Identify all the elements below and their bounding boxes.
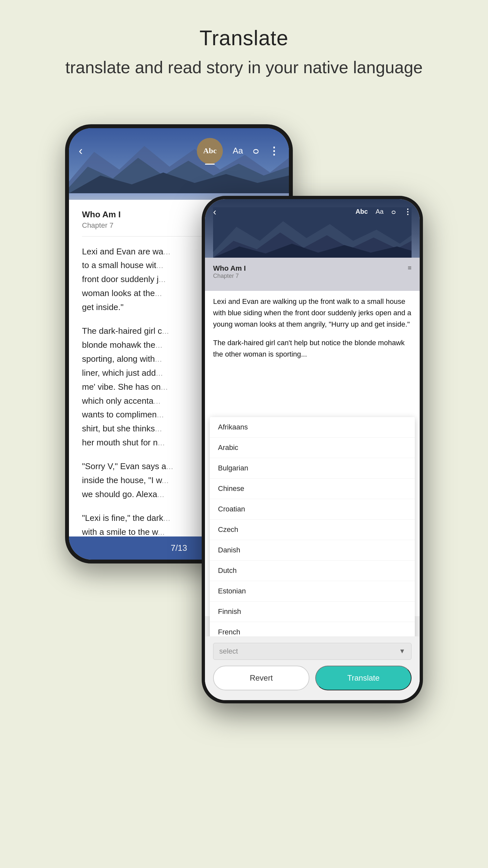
lang-croatian[interactable]: Croatian <box>210 499 415 520</box>
bottom-bar-front: select ▼ Revert Translate <box>205 637 420 700</box>
lang-danish[interactable]: Danish <box>210 540 415 561</box>
select-placeholder: select <box>219 647 238 656</box>
action-buttons: Revert Translate <box>213 665 411 690</box>
phone-front-screen: ‹ Abc Aa ᴑ ⋮ Who Am I ≡ Chapter 7 <box>205 199 420 700</box>
front-book-header: Who Am I ≡ Chapter 7 <box>205 258 420 291</box>
front-list-icon[interactable]: ≡ <box>408 264 411 272</box>
front-back-arrow[interactable]: ‹ <box>213 206 216 217</box>
page-subtitle: translate and read story in your native … <box>65 57 423 79</box>
lang-finnish[interactable]: Finnish <box>210 601 415 622</box>
front-translate-icon[interactable]: Abc <box>356 208 368 215</box>
phones-container: ‹ Abc Aa ᴑ ⋮ Who Am I ≡ <box>65 105 423 723</box>
revert-button[interactable]: Revert <box>213 665 309 690</box>
lang-czech[interactable]: Czech <box>210 520 415 540</box>
translate-button[interactable]: Translate <box>315 665 411 690</box>
page-title: Translate <box>200 26 288 50</box>
front-toolbar-icons: Abc Aa ᴑ ⋮ <box>356 207 411 216</box>
front-book-text: Lexi and Evan are walking up the front w… <box>205 291 420 372</box>
translate-abc-icon: Abc <box>203 146 217 155</box>
lang-arabic[interactable]: Arabic <box>210 438 415 458</box>
font-size-icon[interactable]: Aa <box>233 146 243 156</box>
translate-underline <box>205 164 215 165</box>
front-book-chapter: Chapter 7 <box>213 273 411 279</box>
front-font-icon[interactable]: Aa <box>376 208 384 215</box>
language-dropdown-overlay: Afrikaans Arabic Bulgarian Chinese Croat… <box>205 417 420 663</box>
toolbar-icons-back: Abc Aa ᴑ ⋮ <box>197 138 279 164</box>
front-more-icon[interactable]: ⋮ <box>404 207 411 216</box>
front-book-title: Who Am I <box>213 264 246 273</box>
back-arrow-btn[interactable]: ‹ <box>79 144 83 158</box>
front-book-title-row: Who Am I ≡ <box>213 264 411 273</box>
lang-dutch[interactable]: Dutch <box>210 561 415 581</box>
back-book-title: Who Am I <box>82 210 121 220</box>
lang-chinese[interactable]: Chinese <box>210 478 415 499</box>
headphone-icon[interactable]: ᴑ <box>253 146 259 156</box>
front-phone-header: ‹ Abc Aa ᴑ ⋮ <box>205 199 420 258</box>
translate-btn-active[interactable]: Abc <box>197 138 223 164</box>
language-select-row[interactable]: select ▼ <box>213 643 411 660</box>
back-phone-header: ‹ Abc Aa ᴑ ⋮ <box>69 128 289 200</box>
front-para-2: The dark-haired girl can't help but noti… <box>213 337 411 360</box>
back-phone-toolbar: ‹ Abc Aa ᴑ ⋮ <box>69 138 289 164</box>
language-dropdown-list[interactable]: Afrikaans Arabic Bulgarian Chinese Croat… <box>210 417 415 663</box>
front-phone-toolbar: ‹ Abc Aa ᴑ ⋮ <box>205 206 420 217</box>
front-headphone-icon[interactable]: ᴑ <box>391 208 396 216</box>
lang-estonian[interactable]: Estonian <box>210 581 415 601</box>
phone-front: ‹ Abc Aa ᴑ ⋮ Who Am I ≡ Chapter 7 <box>202 196 423 703</box>
front-para-1: Lexi and Evan are walking up the front w… <box>213 296 411 330</box>
lang-afrikaans[interactable]: Afrikaans <box>210 417 415 438</box>
chevron-down-icon: ▼ <box>399 647 405 655</box>
more-options-icon[interactable]: ⋮ <box>269 145 279 157</box>
lang-bulgarian[interactable]: Bulgarian <box>210 458 415 478</box>
